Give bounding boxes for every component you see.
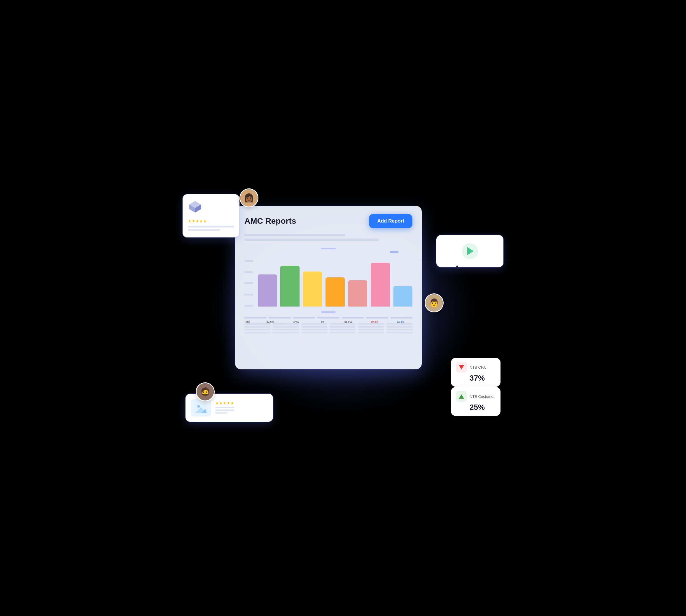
ntb-customer-label: NTB Customer xyxy=(470,394,495,399)
table-total-row: Total 21.5% $450 30 56,800 89.2% 12.4% xyxy=(244,320,413,323)
table-cell xyxy=(244,326,270,328)
bar-6 xyxy=(371,263,390,307)
table-cell xyxy=(386,323,413,325)
ntb-customer-value: 25% xyxy=(456,403,495,412)
table-data-row xyxy=(244,329,413,330)
product-card: ★★★★★ xyxy=(182,194,240,237)
review-line xyxy=(215,412,227,414)
svg-point-4 xyxy=(197,405,200,408)
table-cell xyxy=(301,332,327,333)
ntb-cpa-value: 37% xyxy=(456,374,495,383)
skeleton-rows-top xyxy=(235,234,422,246)
avatar-bearded: 🧔 xyxy=(196,382,215,401)
table-cell xyxy=(301,329,327,330)
table-cell xyxy=(358,329,384,330)
table-area: Total 21.5% $450 30 56,800 89.2% 12.4% xyxy=(235,314,422,337)
image-placeholder xyxy=(191,399,211,417)
table-cell xyxy=(244,323,270,325)
metric-badge-green xyxy=(456,391,467,402)
total-col-1: 21.5% xyxy=(259,320,282,323)
metric-top: NTB CPA xyxy=(456,362,495,372)
product-stars: ★★★★★ xyxy=(188,219,234,223)
avatar-woman: 👩🏾 xyxy=(240,189,259,207)
play-icon xyxy=(467,247,474,255)
scroll-indicator-top xyxy=(321,248,336,249)
metric-badge-red xyxy=(456,362,467,372)
table-cell xyxy=(244,329,270,330)
table-cell xyxy=(386,332,413,333)
product-line xyxy=(188,229,220,231)
bar-5 xyxy=(348,280,367,307)
review-content: ★★★★★ xyxy=(215,401,234,415)
review-line xyxy=(215,410,234,411)
y-label xyxy=(244,294,253,295)
dashboard-title: AMC Reports xyxy=(244,216,296,226)
image-icon xyxy=(195,403,207,413)
bar-4 xyxy=(326,278,345,307)
dashboard-panel: AMC Reports Add Report xyxy=(235,206,422,369)
review-line xyxy=(215,407,234,408)
avatar-man-face: 👨 xyxy=(425,294,443,311)
scene: AMC Reports Add Report xyxy=(182,177,504,439)
product-lines xyxy=(188,226,234,231)
table-cell xyxy=(244,332,270,333)
col-header xyxy=(293,317,315,318)
y-label xyxy=(244,260,253,262)
table-cell xyxy=(301,326,327,328)
table-cell xyxy=(330,326,356,328)
total-col-3: 30 xyxy=(311,320,334,323)
review-lines xyxy=(215,407,234,414)
cursor-pointer: ▲ xyxy=(454,263,460,270)
col-header xyxy=(317,317,339,318)
table-data-row xyxy=(244,323,413,325)
total-col-5: 89.2% xyxy=(362,320,386,323)
metric-top: NTB Customer xyxy=(456,391,495,402)
table-cell xyxy=(273,332,299,333)
review-stars: ★★★★★ xyxy=(215,401,234,405)
table-cell xyxy=(358,332,384,333)
chart-area xyxy=(235,251,422,309)
table-cell xyxy=(273,326,299,328)
product-line xyxy=(188,226,234,227)
table-data-row xyxy=(244,326,413,328)
total-col-4: 56,800 xyxy=(337,320,360,323)
y-label xyxy=(244,282,253,284)
table-cell xyxy=(358,326,384,328)
ntb-customer-card: NTB Customer 25% xyxy=(451,387,501,416)
table-cell xyxy=(386,329,413,330)
avatar-woman-face: 👩🏾 xyxy=(240,189,258,206)
y-label xyxy=(244,305,253,307)
bar-3 xyxy=(303,271,322,307)
total-col-2: $450 xyxy=(284,320,308,323)
video-card[interactable] xyxy=(436,235,504,267)
table-cell xyxy=(330,329,356,330)
avatar-bearded-face: 🧔 xyxy=(197,383,214,400)
scroll-indicator-mid xyxy=(321,311,336,313)
y-label xyxy=(244,271,253,273)
table-data-row xyxy=(244,332,413,333)
skeleton-row xyxy=(244,234,345,236)
total-label: Total xyxy=(244,320,256,323)
avatar-man: 👨 xyxy=(425,293,444,312)
product-icon xyxy=(188,199,202,214)
col-header xyxy=(366,317,388,318)
add-report-button[interactable]: Add Report xyxy=(369,214,413,228)
table-cell xyxy=(301,323,327,325)
table-cell xyxy=(358,323,384,325)
chart-y-labels xyxy=(244,260,253,307)
bar-2 xyxy=(280,266,299,307)
play-button[interactable] xyxy=(462,243,478,259)
bar-1 xyxy=(258,274,277,307)
table-cell xyxy=(273,323,299,325)
col-header xyxy=(269,317,290,318)
chart-top-indicator xyxy=(390,251,398,253)
table-cell xyxy=(273,329,299,330)
table-cell xyxy=(330,332,356,333)
table-header-row xyxy=(244,317,413,318)
trend-up-icon xyxy=(459,394,464,399)
col-header xyxy=(244,317,266,318)
total-col-6: 12.4% xyxy=(389,320,413,323)
ntb-cpa-label: NTB CPA xyxy=(470,365,486,370)
bar-7 xyxy=(394,286,413,307)
trend-down-icon xyxy=(459,365,464,370)
